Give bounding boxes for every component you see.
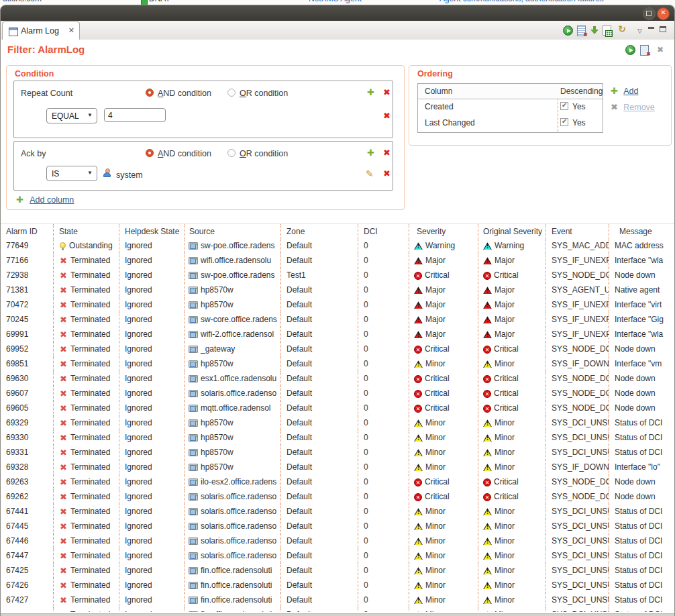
tab-label: Alarm Log	[21, 26, 59, 36]
column-header-state[interactable]: State	[54, 224, 119, 239]
node-icon	[189, 272, 198, 279]
window-titlebar[interactable]	[1, 5, 674, 21]
table-row[interactable]: 69263✖TerminatedIgnoredilo-esx2.office.r…	[1, 474, 675, 489]
table-row[interactable]: 69328✖TerminatedIgnoredhp8570wDefault0!M…	[1, 460, 675, 474]
and-condition-radio[interactable]	[146, 149, 154, 157]
cell-original-severity: !Minor	[478, 415, 546, 430]
table-row[interactable]: 69330✖TerminatedIgnoredhp8570wDefault0!M…	[1, 430, 675, 445]
minor-triangle-icon: !	[414, 582, 423, 589]
add-condition-icon[interactable]: ✚	[367, 148, 374, 158]
window-maximize-button[interactable]	[643, 7, 656, 20]
table-row[interactable]: 67426✖TerminatedIgnoredfin.office.radens…	[1, 578, 675, 593]
refresh-icon[interactable]: ↻	[618, 23, 626, 34]
cell-dci: 0	[358, 533, 409, 548]
close-filter-icon[interactable]: ✖	[657, 45, 664, 55]
cell-state: ✖Terminated	[54, 504, 119, 519]
column-header-dci[interactable]: DCI	[358, 224, 409, 239]
ordering-row[interactable]: Created Yes	[418, 99, 603, 115]
ordering-add-link[interactable]: ✚ Add	[611, 86, 639, 96]
execute-icon[interactable]	[563, 25, 573, 36]
cell-alarm-id: 72938	[1, 268, 54, 283]
table-row[interactable]: 77649OutstandingIgnoredsw-poe.office.rad…	[1, 238, 675, 253]
table-row[interactable]: 67446✖TerminatedIgnoredsolaris.office.ra…	[1, 533, 675, 548]
cell-source: fin.office.radensoluti	[185, 607, 281, 612]
or-condition-radio[interactable]	[227, 89, 236, 97]
node-icon	[189, 567, 198, 574]
table-row[interactable]: 69331✖TerminatedIgnoredhp8570wDefault0!M…	[1, 445, 675, 460]
delete-block-icon[interactable]: ✖	[383, 87, 391, 97]
table-row[interactable]: 69851✖TerminatedIgnoredhp8570wDefault0!M…	[1, 356, 675, 371]
download-icon[interactable]	[590, 25, 599, 35]
cell-helpdesk-state: Ignored	[119, 563, 185, 578]
table-row[interactable]: 67427✖TerminatedIgnoredfin.office.radens…	[1, 593, 675, 607]
edit-icon[interactable]: ✎	[366, 168, 374, 179]
table-row[interactable]: 69262✖TerminatedIgnoredsolaris.office.ra…	[1, 489, 675, 504]
repeat-count-value-input[interactable]	[104, 108, 166, 122]
table-row[interactable]: 77166✖TerminatedIgnoredwifi.office.raden…	[1, 253, 675, 268]
ordering-remove-link[interactable]: ✖ Remove	[611, 102, 655, 112]
cell-event: SYS_DCI_UNSU	[546, 578, 609, 593]
table-row[interactable]: 67441✖TerminatedIgnoredsolaris.office.ra…	[1, 504, 675, 519]
cell-message: Status of DCI	[609, 578, 675, 593]
cell-state: ✖Terminated	[54, 283, 119, 297]
cell-original-severity: !Minor	[478, 563, 546, 578]
table-row[interactable]: 69952✖TerminatedIgnored_gatewayDefault0C…	[1, 342, 675, 356]
table-row[interactable]: 67425✖TerminatedIgnoredfin.office.radens…	[1, 563, 675, 578]
cell-original-severity: !Minor	[478, 593, 546, 607]
column-header-alarm-id[interactable]: Alarm ID	[1, 224, 54, 239]
table-row[interactable]: 69329✖TerminatedIgnoredhp8570wDefault0!M…	[1, 415, 675, 430]
delete-condition-icon[interactable]: ✖	[383, 168, 391, 178]
table-row[interactable]: 69991✖TerminatedIgnoredwifi-2.office.rad…	[1, 327, 675, 342]
major-triangle-icon: !	[483, 287, 492, 294]
descending-checkbox[interactable]	[560, 118, 568, 126]
tab-bar: Alarm Log ✕ ↻ ▽	[1, 21, 674, 40]
tab-alarm-log[interactable]: Alarm Log ✕	[2, 21, 80, 40]
ordering-table[interactable]: Column Descending Created Yes Last Chang…	[417, 83, 603, 133]
clear-filter-icon[interactable]	[577, 25, 586, 36]
column-header-severity[interactable]: Severity	[409, 224, 478, 239]
cell-dci: 0	[358, 578, 409, 593]
column-header-original-severity[interactable]: Original Severity	[478, 224, 546, 239]
maximize-icon[interactable]	[660, 26, 666, 32]
horizontal-scrollbar[interactable]	[1, 613, 675, 616]
operator-select[interactable]: IS	[46, 166, 97, 181]
table-row[interactable]: 70472✖TerminatedIgnoredhp8570wDefault0!M…	[1, 297, 675, 312]
clear-filter-icon[interactable]	[640, 45, 649, 56]
table-row[interactable]: 69607✖TerminatedIgnoredsolaris.office.ra…	[1, 386, 675, 401]
view-menu-icon[interactable]: ▽	[637, 28, 642, 38]
column-header-zone[interactable]: Zone	[281, 224, 358, 239]
column-header-message[interactable]: Message	[609, 224, 675, 239]
tab-close-icon[interactable]: ✕	[68, 26, 74, 35]
execute-filter-icon[interactable]	[625, 45, 635, 55]
minimize-icon[interactable]	[648, 27, 654, 29]
cell-dci: 0	[358, 283, 409, 297]
column-header-source[interactable]: Source	[185, 224, 281, 239]
or-condition-radio[interactable]	[227, 149, 236, 157]
and-condition-radio[interactable]	[146, 89, 154, 97]
descending-checkbox[interactable]	[560, 102, 568, 110]
ordering-row[interactable]: Last Changed Yes	[418, 115, 603, 131]
column-header-event[interactable]: Event	[546, 224, 609, 239]
table-row[interactable]: 69605✖TerminatedIgnoredmqtt.office.raden…	[1, 401, 675, 415]
table-row[interactable]: 69630✖TerminatedIgnoredesx1.office.raden…	[1, 371, 675, 386]
add-condition-icon[interactable]: ✚	[367, 87, 374, 97]
table-row[interactable]: 67445✖TerminatedIgnoredsolaris.office.ra…	[1, 519, 675, 533]
operator-select[interactable]: EQUAL	[46, 108, 97, 123]
delete-block-icon[interactable]: ✖	[383, 148, 391, 158]
add-column-link[interactable]: ✚ Add column	[16, 195, 74, 205]
table-row[interactable]: 67447✖TerminatedIgnoredsolaris.office.ra…	[1, 548, 675, 563]
delete-condition-icon[interactable]: ✖	[383, 111, 391, 121]
export-table-icon[interactable]	[603, 25, 611, 36]
ordering-descending-header: Descending	[560, 87, 603, 96]
table-row[interactable]: 70245✖TerminatedIgnoredsw-core.office.ra…	[1, 312, 675, 327]
window-close-button[interactable]	[657, 7, 670, 20]
cell-source: mqtt.office.radensol	[185, 401, 281, 415]
critical-icon	[483, 346, 491, 354]
table-row[interactable]: ✖TerminatedIgnoredfin.office.radensoluti…	[1, 607, 675, 612]
cell-dci: 0	[358, 253, 409, 268]
table-row[interactable]: 71381✖TerminatedIgnoredhp8570wDefault0!M…	[1, 283, 675, 297]
table-row[interactable]: 72938✖TerminatedIgnoredsw-poe.office.rad…	[1, 268, 675, 283]
cell-alarm-id: 69851	[1, 356, 54, 371]
column-header-helpdesk-state[interactable]: Helpdesk State	[119, 224, 185, 239]
cell-state: ✖Terminated	[54, 474, 119, 489]
